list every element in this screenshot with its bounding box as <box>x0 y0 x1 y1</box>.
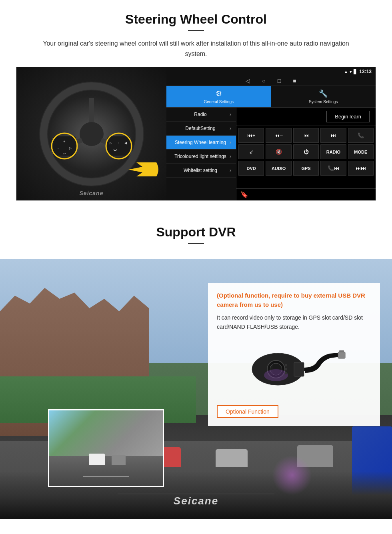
steering-demo: + − ▷ ↩ ▷ + ⏻ ◀ Seic <box>16 67 376 201</box>
optional-function-button[interactable]: Optional Function <box>217 405 278 418</box>
recent-nav-icon[interactable]: □ <box>278 78 281 84</box>
small-dvr-screenshot <box>48 409 164 487</box>
menu-item-steering-wheel[interactable]: Steering Wheel learning › <box>166 136 236 150</box>
radio-btn-label: RADIO <box>326 150 340 154</box>
home-nav-icon[interactable]: ○ <box>262 78 265 84</box>
prev-icon: ⏮ <box>304 132 309 138</box>
dvr-optional-note: (Optional function, require to buy exter… <box>217 291 371 309</box>
svg-text:−: − <box>57 146 59 150</box>
system-icon: 🔧 <box>319 89 328 98</box>
ctrl-btn-audio[interactable]: AUDIO <box>266 161 291 176</box>
svg-text:+: + <box>63 140 65 144</box>
status-time: 13:13 <box>359 69 372 74</box>
steering-section: Steering Wheel Control Your original car… <box>0 0 392 209</box>
title-divider <box>188 30 204 31</box>
svg-point-2 <box>80 122 104 146</box>
tab-general-settings[interactable]: ⚙ General Settings <box>166 86 271 107</box>
icon-row-bottom: 🔖 <box>236 188 376 200</box>
power-icon: ⏻ <box>304 149 309 155</box>
dvr-header: Support DVR <box>0 213 392 259</box>
whitelist-chevron-icon: › <box>230 168 231 173</box>
menu-nav-icon[interactable]: ■ <box>293 78 296 84</box>
gear-icon: ⚙ <box>216 89 222 98</box>
steering-chevron-icon: › <box>230 140 231 145</box>
ctrl-btn-mode[interactable]: MODE <box>348 144 374 159</box>
battery-icon: ▊ <box>354 69 357 74</box>
defaultsetting-label: DefaultSetting <box>171 126 230 131</box>
defaultsetting-chevron-icon: › <box>230 126 231 131</box>
ctrl-btn-call-prev[interactable]: 📞⏮ <box>320 161 346 176</box>
svg-text:▷: ▷ <box>110 141 112 145</box>
dvr-description: It can record video only to storage in G… <box>217 313 371 331</box>
dvr-info-box: (Optional function, require to buy exter… <box>208 283 380 426</box>
control-grid: ⏮+ ⏮– ⏮ ⏭ 📞 <box>236 126 376 188</box>
ctrl-btn-next2[interactable]: ⏭⏭ <box>348 161 374 176</box>
radio-chevron-icon: › <box>230 112 231 117</box>
left-menu: Radio › DefaultSetting › Steering Wheel … <box>166 108 236 200</box>
svg-point-30 <box>285 372 287 374</box>
dvr-background: (Optional function, require to buy exter… <box>0 259 392 519</box>
hangup-icon: ↙ <box>249 149 254 155</box>
gps-btn-label: GPS <box>301 166 310 171</box>
menu-item-whitelist[interactable]: Whitelist setting › <box>166 164 236 178</box>
svg-point-29 <box>285 368 287 370</box>
seicane-logo-dvr: Seicane <box>174 495 218 507</box>
control-row-1: ⏮+ ⏮– ⏮ ⏭ 📞 <box>238 128 374 143</box>
status-bar: ▲ ▾ ▊ 13:13 <box>166 67 376 76</box>
steering-subtitle: Your original car's steering wheel contr… <box>32 38 360 59</box>
dvr-camera-area <box>217 337 371 401</box>
audio-btn-label: AUDIO <box>272 166 286 171</box>
bookmark-icon: 🔖 <box>240 191 248 198</box>
settings-tabs: ⚙ General Settings 🔧 System Settings <box>166 86 376 108</box>
ctrl-btn-gps[interactable]: GPS <box>293 161 319 176</box>
mode-btn-label: MODE <box>354 150 367 154</box>
ctrl-btn-dvd[interactable]: DVD <box>238 161 264 176</box>
car-grey <box>216 449 248 467</box>
control-row-2: ↙ 🔇 ⏻ RADIO MOD <box>238 144 374 159</box>
menu-item-defaultsetting[interactable]: DefaultSetting › <box>166 122 236 136</box>
steering-photo: + − ▷ ↩ ▷ + ⏻ ◀ Seic <box>16 67 166 200</box>
next-icon: ⏭ <box>331 132 336 138</box>
menu-item-tricoloured[interactable]: Tricoloured light settings › <box>166 150 236 164</box>
control-row-3: DVD AUDIO GPS 📞⏮ <box>238 161 374 176</box>
menu-item-radio[interactable]: Radio › <box>166 108 236 122</box>
svg-text:◀: ◀ <box>124 141 127 145</box>
arrow-icon <box>124 158 160 180</box>
seicane-watermark-steering: Seicane <box>80 190 104 196</box>
dvd-btn-label: DVD <box>247 166 256 171</box>
svg-text:+: + <box>118 141 120 145</box>
back-nav-icon[interactable]: ◁ <box>246 78 250 84</box>
ctrl-btn-vol-up[interactable]: ⏮+ <box>238 128 264 143</box>
ctrl-btn-call[interactable]: 📞 <box>348 128 374 143</box>
ctrl-btn-next[interactable]: ⏭ <box>320 128 346 143</box>
android-ui: ▲ ▾ ▊ 13:13 ◁ ○ □ ■ ⚙ General Settings <box>166 67 376 200</box>
vol-down-icon: ⏮– <box>274 132 282 138</box>
svg-point-28 <box>285 364 287 366</box>
ctrl-btn-hangup[interactable]: ↙ <box>238 144 264 159</box>
ctrl-btn-radio[interactable]: RADIO <box>320 144 346 159</box>
nav-bar: ◁ ○ □ ■ <box>166 76 376 86</box>
vol-up-icon: ⏮+ <box>247 132 256 138</box>
right-top: Begin learn <box>236 108 376 126</box>
tab-system-settings[interactable]: 🔧 System Settings <box>271 86 376 107</box>
steering-title: Steering Wheel Control <box>16 12 376 27</box>
tricoloured-label: Tricoloured light settings <box>171 154 230 159</box>
main-content: Radio › DefaultSetting › Steering Wheel … <box>166 108 376 200</box>
whitelist-label: Whitelist setting <box>171 168 230 173</box>
svg-rect-11 <box>107 136 131 156</box>
light-purple-glow <box>272 455 312 495</box>
call-prev-icon: 📞⏮ <box>328 165 339 171</box>
wifi-icon: ▾ <box>350 69 352 74</box>
dvr-divider <box>188 243 204 244</box>
ctrl-btn-mute[interactable]: 🔇 <box>266 144 291 159</box>
ctrl-btn-vol-down[interactable]: ⏮– <box>266 128 291 143</box>
steering-wheel-learning-label: Steering Wheel learning <box>171 140 230 145</box>
ctrl-btn-prev[interactable]: ⏮ <box>293 128 319 143</box>
begin-learn-button[interactable]: Begin learn <box>326 111 370 122</box>
svg-text:⏻: ⏻ <box>113 148 117 152</box>
svg-rect-23 <box>294 362 304 376</box>
svg-text:▷: ▷ <box>69 146 72 150</box>
radio-label: Radio <box>171 112 230 117</box>
ctrl-btn-power[interactable]: ⏻ <box>293 144 319 159</box>
dvr-section: Support DVR <box>0 213 392 519</box>
